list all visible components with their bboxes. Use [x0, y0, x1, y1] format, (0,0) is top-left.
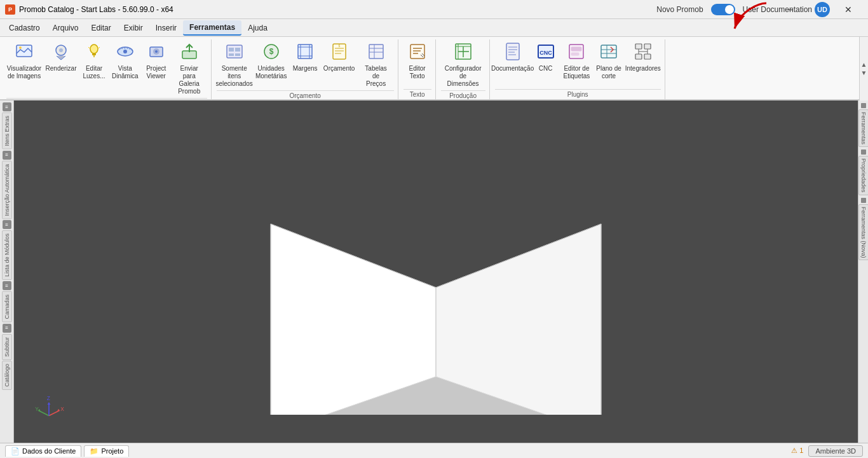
- ribbon-btn-integradores[interactable]: Integradores: [625, 39, 661, 74]
- right-tab-ferramentas[interactable]: Ferramentas: [858, 109, 869, 147]
- ribbon-group-texto: EditorTexto Texto: [400, 39, 436, 99]
- svg-point-5: [90, 45, 98, 53]
- svg-rect-61: [644, 44, 651, 49]
- ribbon-group-apresentacao-content: Visualizadorde Imagens Renderizar: [6, 39, 207, 97]
- svg-rect-56: [601, 45, 616, 58]
- ribbon-btn-renderizar[interactable]: Renderizar: [43, 39, 79, 74]
- novo-promob-toggle[interactable]: [711, 4, 735, 15]
- visualizador-icon: [15, 42, 34, 64]
- ribbon-btn-plano-de-corte[interactable]: Plano decorte: [593, 39, 623, 81]
- editor-texto-label: EditorTexto: [409, 65, 426, 80]
- ribbon-btn-unidades-monetarias[interactable]: $ UnidadesMonetárias: [254, 39, 289, 81]
- ribbon-group-texto-label: Texto: [403, 89, 431, 99]
- ribbon-btn-documentacao[interactable]: Documentação: [495, 39, 531, 74]
- enviar-galeria-icon: [180, 42, 199, 64]
- menu-ferramentas[interactable]: Ferramentas: [183, 20, 241, 36]
- ribbon-btn-tabelas-precos[interactable]: Tabelas dePreços: [358, 39, 394, 89]
- ribbon-btn-enviar-galeria[interactable]: Enviar paraGaleria Promob: [172, 39, 207, 97]
- statusbar-tab-dados-cliente[interactable]: 📄 Dados do Cliente: [5, 445, 81, 457]
- right-sidebar-icon-2: [861, 149, 866, 155]
- ribbon-btn-orcamento[interactable]: $ Orçamento: [322, 39, 357, 74]
- sidebar-tab-lista-modulos[interactable]: Lista de Módulos: [2, 230, 12, 280]
- ribbon-btn-cnc[interactable]: CNC CNC: [532, 39, 560, 74]
- svg-line-76: [49, 410, 60, 415]
- ribbon-btn-configurador-dimensoes[interactable]: Configurador deDimensões: [441, 39, 485, 89]
- svg-text:Y: Y: [35, 406, 39, 412]
- user-documentation-button[interactable]: User Documentation UD: [743, 2, 830, 17]
- app-icon: P: [5, 4, 15, 15]
- right-tab-ferramentas-nova[interactable]: Ferramentas (Nova): [858, 204, 869, 261]
- ribbon-btn-editar-luzes[interactable]: EditarLuzes...: [80, 39, 108, 81]
- ud-avatar: UD: [815, 2, 830, 17]
- ribbon-group-orcamento-content: Somente itensselecionados $ UnidadesMone…: [217, 39, 394, 89]
- unidades-monetarias-icon: $: [262, 42, 281, 64]
- svg-point-2: [19, 46, 22, 49]
- close-button[interactable]: ✕: [834, 0, 863, 19]
- svg-point-4: [59, 48, 63, 52]
- novo-promob-label: Novo Promob: [656, 5, 703, 14]
- sidebar-icon-4: ≡: [3, 281, 11, 290]
- ribbon-btn-visualizador[interactable]: Visualizadorde Imagens: [6, 39, 42, 81]
- documentacao-label: Documentação: [491, 65, 534, 73]
- ribbon-group-orcamento: Somente itensselecionados $ UnidadesMone…: [213, 39, 398, 99]
- ribbon-scroll-up[interactable]: ▲: [861, 61, 867, 68]
- sidebar-tab-itens-extras[interactable]: Itens Extras: [2, 113, 12, 149]
- svg-rect-54: [571, 47, 581, 51]
- sidebar-tab-insercao-automatica[interactable]: Inserção Automática: [2, 161, 12, 219]
- svg-rect-55: [571, 53, 579, 55]
- menu-ajuda[interactable]: Ajuda: [241, 21, 274, 35]
- documentacao-icon: [503, 42, 522, 64]
- menu-arquivo[interactable]: Arquivo: [46, 21, 85, 35]
- sidebar-icon-3: ≡: [3, 220, 11, 229]
- svg-rect-53: [569, 45, 583, 59]
- titlebar-left: P Promob Catalog - Start Labs - 5.60.99.…: [5, 4, 173, 15]
- ribbon-group-plugins-label: Plugins: [495, 89, 661, 99]
- somente-selecionados-icon: [225, 42, 244, 64]
- configurador-dimensoes-icon: [454, 42, 473, 64]
- statusbar: 📄 Dados do Cliente 📁 Projeto ⚠ 1 Ambient…: [0, 443, 868, 458]
- statusbar-tab-projeto[interactable]: 📁 Projeto: [84, 445, 129, 457]
- sidebar-tab-catalogo[interactable]: Catálogo: [2, 361, 12, 390]
- vista-dinamica-label: VistaDinâmica: [112, 65, 139, 80]
- tabelas-precos-icon: [367, 42, 386, 64]
- svg-text:CNC: CNC: [539, 50, 552, 56]
- menu-inserir[interactable]: Inserir: [149, 21, 183, 35]
- sidebar-tab-subtitur[interactable]: Subtitur: [2, 334, 12, 360]
- svg-rect-6: [92, 53, 96, 55]
- menu-exibir[interactable]: Exibir: [118, 21, 149, 35]
- statusbar-left: 📄 Dados do Cliente 📁 Projeto: [5, 445, 129, 457]
- tabelas-precos-label: Tabelas dePreços: [361, 65, 391, 88]
- ribbon-btn-margens[interactable]: Margens: [290, 39, 320, 74]
- configurador-dimensoes-label: Configurador deDimensões: [444, 65, 483, 88]
- svg-rect-60: [635, 44, 642, 49]
- ambiente-3d-button[interactable]: Ambiente 3D: [808, 445, 863, 457]
- menubar: Cadastro Arquivo Editar Exibir Inserir F…: [0, 19, 868, 37]
- ribbon-btn-editor-texto[interactable]: EditorTexto: [403, 39, 431, 81]
- ribbon-btn-somente-selecionados[interactable]: Somente itensselecionados: [217, 39, 252, 89]
- user-doc-label: User Documentation: [743, 5, 812, 14]
- svg-rect-18: [235, 48, 240, 52]
- svg-text:$: $: [269, 47, 273, 56]
- ribbon-btn-project-viewer[interactable]: ProjectViewer: [142, 39, 170, 81]
- svg-rect-62: [635, 54, 642, 59]
- menu-editar[interactable]: Editar: [85, 21, 117, 35]
- renderizar-icon: [51, 42, 71, 64]
- menu-cadastro[interactable]: Cadastro: [3, 21, 46, 35]
- svg-rect-20: [235, 53, 240, 56]
- ribbon-group-orcamento-label: Orçamento: [217, 90, 394, 101]
- enviar-galeria-label: Enviar paraGaleria Promob: [174, 65, 205, 95]
- projeto-icon: 📁: [90, 447, 98, 455]
- ribbon-scroll-down[interactable]: ▼: [861, 69, 867, 76]
- sidebar-icon-5: ≡: [3, 324, 11, 333]
- svg-point-11: [123, 50, 127, 53]
- integradores-label: Integradores: [625, 65, 661, 73]
- svg-text:Z: Z: [47, 395, 50, 401]
- right-tab-propriedades[interactable]: Propriedades: [858, 156, 869, 195]
- cnc-label: CNC: [539, 65, 553, 73]
- left-sidebar: ≡ Itens Extras ≡ Inserção Automática ≡ L…: [0, 101, 14, 443]
- sidebar-tab-camadas[interactable]: Camadas: [2, 291, 12, 323]
- ribbon-btn-vista-dinamica[interactable]: VistaDinâmica: [109, 39, 141, 81]
- topbar: Novo Promob User Documentation UD: [656, 0, 830, 19]
- ribbon-btn-editor-etiquetas[interactable]: Editor deEtiquetas: [561, 39, 593, 81]
- visualizador-label: Visualizadorde Imagens: [7, 65, 41, 80]
